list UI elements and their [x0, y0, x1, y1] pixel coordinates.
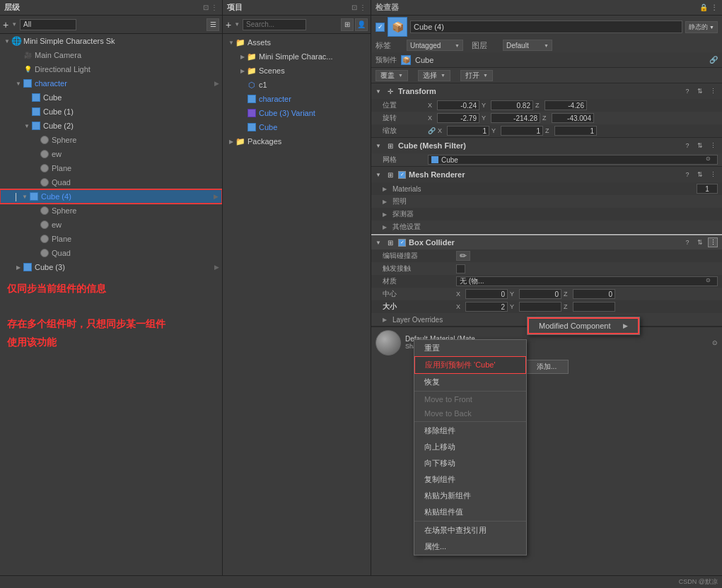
inspector-menu-icon[interactable]: ⋮: [711, 4, 718, 11]
project-view1-btn[interactable]: ⊞: [341, 18, 354, 31]
size-x-input[interactable]: [465, 302, 508, 312]
tag-dropdown[interactable]: Untagged: [407, 40, 463, 51]
materials-arrow[interactable]: [383, 186, 390, 192]
mesh-filter-help[interactable]: ?: [682, 141, 692, 151]
arrow-scenes[interactable]: [238, 66, 247, 75]
hierarchy-view-btn[interactable]: ☰: [206, 18, 219, 31]
tree-item-plane1[interactable]: Plane: [0, 161, 222, 175]
menu-move-down[interactable]: 向下移动: [414, 455, 526, 471]
project-packages[interactable]: 📁 Packages: [224, 134, 369, 148]
mesh-renderer-toggle[interactable]: [398, 171, 406, 179]
tree-item-ew1[interactable]: ew: [0, 147, 222, 161]
project-menu-icon[interactable]: ⋮: [359, 4, 366, 11]
project-dropdown-arrow[interactable]: ▼: [234, 21, 240, 28]
mesh-renderer-help[interactable]: ?: [682, 170, 692, 180]
project-mini-chars[interactable]: 📁 Mini Simple Charac...: [224, 49, 369, 64]
menu-properties[interactable]: 属性...: [414, 539, 526, 555]
menu-find-refs[interactable]: 在场景中查找引用: [414, 522, 526, 539]
tree-item-cube4[interactable]: | Cube (4): [0, 189, 222, 204]
arrow-mini-chars[interactable]: [238, 52, 247, 61]
tree-item-cube1[interactable]: Cube: [0, 90, 222, 105]
tree-item-cube3[interactable]: Cube (2): [0, 119, 222, 133]
rot-y-input[interactable]: [491, 113, 540, 123]
menu-remove[interactable]: 移除组件: [414, 423, 526, 439]
hierarchy-search[interactable]: [20, 19, 76, 30]
scale-z-input[interactable]: [554, 126, 597, 136]
arrow-assets[interactable]: [227, 38, 235, 47]
project-character[interactable]: character: [224, 92, 369, 106]
add-project-btn[interactable]: +: [226, 19, 231, 30]
hierarchy-dropdown-arrow[interactable]: ▼: [11, 21, 17, 28]
mesh-renderer-header[interactable]: ⊞ Mesh Renderer ? ⇅ ⋮: [371, 167, 722, 182]
open-btn[interactable]: 打开: [460, 70, 493, 81]
menu-revert[interactable]: 恢复: [414, 374, 526, 390]
scale-x-input[interactable]: [447, 126, 489, 136]
box-collider-header[interactable]: ⊞ Box Collider ? ⇅ ⋮: [371, 234, 722, 249]
arrow-cube3[interactable]: [23, 122, 31, 130]
center-x-input[interactable]: [465, 289, 508, 299]
hierarchy-menu-icon[interactable]: ⋮: [211, 4, 218, 11]
tree-item-quad2[interactable]: Quad: [0, 246, 222, 260]
mesh-filter-header[interactable]: ⊞ Cube (Mesh Filter) ? ⇅ ⋮: [371, 138, 722, 153]
tree-item-ew2[interactable]: ew: [0, 218, 222, 232]
mesh-filter-menu[interactable]: ⋮: [708, 141, 718, 151]
arrow-packages[interactable]: [227, 137, 235, 146]
mesh-renderer-settings[interactable]: ⇅: [695, 170, 705, 180]
mesh-link-btn[interactable]: ⊙: [706, 155, 714, 164]
prefab-link-icon[interactable]: 🔗: [709, 56, 718, 64]
project-search[interactable]: [243, 19, 306, 30]
scale-y-input[interactable]: [501, 126, 543, 136]
rot-z-input[interactable]: [552, 113, 594, 123]
project-cube[interactable]: Cube: [224, 120, 369, 134]
menu-copy[interactable]: 复制组件: [414, 471, 526, 488]
pos-x-input[interactable]: [437, 100, 479, 110]
collider-edit-icon[interactable]: ✏: [456, 251, 470, 261]
project-lock-icon[interactable]: ⊡: [351, 4, 357, 11]
menu-apply-prefab[interactable]: 应用到预制件 'Cube': [414, 356, 526, 374]
project-scenes[interactable]: 📁 Scenes: [224, 64, 369, 78]
select-btn[interactable]: 选择: [418, 70, 450, 81]
box-collider-help[interactable]: ?: [682, 237, 692, 247]
transform-help-btn[interactable]: ?: [682, 86, 692, 96]
box-collider-toggle[interactable]: [398, 239, 406, 247]
expand-arrow-root[interactable]: [3, 37, 11, 45]
transform-menu-btn[interactable]: ⋮: [708, 86, 718, 96]
tree-item-cube2[interactable]: Cube (1): [0, 105, 222, 119]
scale-link-icon[interactable]: 🔗: [428, 127, 436, 134]
mesh-renderer-menu[interactable]: ⋮: [708, 170, 718, 180]
inspector-lock-icon[interactable]: 🔒: [699, 4, 708, 11]
tree-item-main-camera[interactable]: Main Camera: [0, 48, 222, 62]
object-enable-checkbox[interactable]: [375, 23, 385, 32]
transform-header[interactable]: ✛ Transform ? ⇅ ⋮: [371, 83, 722, 99]
tree-item-sphere1[interactable]: Sphere: [0, 133, 222, 147]
layer-dropdown[interactable]: Default: [503, 40, 552, 51]
menu-paste-new[interactable]: 粘贴为新组件: [414, 488, 526, 504]
probes-arrow[interactable]: [383, 211, 390, 218]
box-collider-menu-btn[interactable]: ⋮: [708, 237, 718, 247]
tree-item-root[interactable]: 🌐 Mini Simple Characters Sk: [0, 34, 222, 48]
project-c1[interactable]: ⬡ c1: [224, 78, 369, 92]
static-dropdown[interactable]: 静态的: [685, 21, 718, 33]
pos-z-input[interactable]: [545, 100, 587, 110]
size-z-input[interactable]: [573, 302, 615, 312]
trigger-checkbox[interactable]: [456, 264, 465, 274]
material-link-icon[interactable]: ⊙: [712, 339, 718, 346]
project-cube3-variant[interactable]: Cube (3) Variant: [224, 106, 369, 120]
pos-y-input[interactable]: [491, 100, 533, 110]
overrides-dropdown[interactable]: 覆盖: [375, 70, 408, 81]
menu-move-up[interactable]: 向上移动: [414, 439, 526, 455]
arrow-character[interactable]: [14, 79, 23, 88]
tree-item-dir-light[interactable]: 💡 Directional Light: [0, 62, 222, 76]
rot-x-input[interactable]: [437, 113, 479, 123]
center-y-input[interactable]: [519, 289, 561, 299]
collider-mat-link[interactable]: ⊙: [706, 277, 714, 286]
menu-reset[interactable]: 重置: [414, 340, 526, 356]
lighting-arrow[interactable]: [383, 199, 390, 205]
tree-item-character[interactable]: character: [0, 76, 222, 90]
transform-settings-btn[interactable]: ⇅: [695, 86, 705, 96]
mesh-filter-settings[interactable]: ⇅: [695, 141, 705, 151]
project-assets[interactable]: 📁 Assets: [224, 35, 369, 49]
tree-item-plane2[interactable]: Plane: [0, 232, 222, 246]
hierarchy-lock-icon[interactable]: ⊡: [203, 4, 209, 11]
object-name-field[interactable]: [410, 20, 682, 33]
